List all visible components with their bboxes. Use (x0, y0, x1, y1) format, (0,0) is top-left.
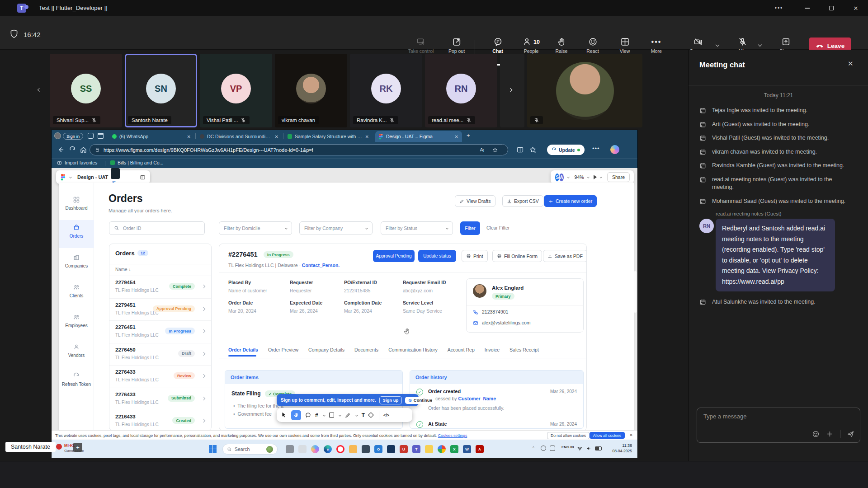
clear-filter-button[interactable]: Clear Filter (486, 225, 509, 230)
figma-logo-icon[interactable] (61, 174, 66, 181)
tray-time[interactable]: 11:38 (609, 443, 632, 448)
tab-company-details[interactable]: Company Details (308, 347, 344, 352)
tab-communication-history[interactable]: Communication History (388, 347, 438, 352)
wifi-icon[interactable] (577, 446, 583, 451)
export-csv-button[interactable]: Export CSV (502, 195, 543, 207)
new-tab-button[interactable]: + (467, 132, 470, 139)
text-tool-icon[interactable]: T (362, 412, 365, 418)
refresh-icon[interactable] (69, 146, 76, 154)
sticky-notes-icon[interactable] (425, 445, 433, 453)
tab-close-icon[interactable]: ✕ (365, 134, 369, 139)
tab-close-icon[interactable]: ✕ (187, 134, 191, 139)
zoom-level[interactable]: 94% (575, 174, 584, 180)
volume-icon[interactable] (586, 446, 592, 451)
collaborator-avatar[interactable]: S (555, 173, 560, 182)
presenter-add-button[interactable]: + (73, 443, 82, 452)
save-as-pdf-button[interactable]: Save as PDF (543, 250, 587, 262)
figma-menu-chevron[interactable] (69, 176, 72, 178)
raise-hand-button[interactable]: Raise (547, 37, 576, 54)
filter-domicile-select[interactable]: Filter by Domicile (219, 221, 292, 235)
excel-icon[interactable]: X (450, 445, 458, 453)
video-tile-photo[interactable]: vikram chavan (275, 54, 347, 127)
acrobat-icon[interactable]: A (476, 445, 484, 453)
order-row[interactable]: 2216433 TL Flex Holdings LLC Created (109, 410, 211, 431)
approval-pending-button[interactable]: Approval Pending (373, 250, 415, 262)
tray-icon[interactable] (541, 446, 546, 451)
camera-options-chevron[interactable] (716, 43, 719, 47)
chat-input[interactable]: Type a message (697, 408, 860, 443)
cookie-settings-link[interactable]: Cookies settings (438, 433, 467, 438)
tray-icon[interactable] (550, 446, 555, 451)
tray-chevron-up[interactable]: ⌃ (532, 446, 535, 450)
bookmark-bills[interactable]: Bills | Billing and Co... (110, 160, 163, 165)
filter-status-select[interactable]: Filter by Status (381, 221, 453, 235)
tiles-scroll-right-button[interactable] (505, 82, 516, 98)
fill-online-form-button[interactable]: Fill Online Form (492, 250, 542, 262)
browser-tab[interactable]: DC Divisions and Surroundings ✕ (196, 131, 282, 142)
sidebar-item-employees[interactable]: Employees (59, 314, 94, 328)
mic-options-chevron[interactable] (758, 43, 762, 47)
collaborator-avatar[interactable]: A (559, 173, 564, 182)
dev-mode-toggle[interactable]: </> (379, 411, 389, 420)
column-header-name[interactable]: Name ↓ (115, 267, 131, 272)
game-widget-logo[interactable] (56, 444, 62, 450)
minimize-button[interactable] (797, 0, 817, 16)
sidebar-item-clients[interactable]: Clients (59, 284, 94, 298)
order-row[interactable]: 2276451 TL Flex Holdings LLC In Progress (109, 320, 211, 343)
banner-google-continue-button[interactable]: G Continue (405, 397, 435, 404)
video-tile[interactable]: RN read.ai mee... (425, 54, 497, 127)
move-tool-icon[interactable] (281, 412, 287, 418)
pen-tool-icon[interactable] (345, 412, 351, 418)
tab-documents[interactable]: Documents (354, 347, 378, 352)
view-button[interactable]: View (610, 37, 639, 54)
browser-tab-active[interactable]: Design - UAT – Figma ✕ (375, 131, 462, 142)
sidebar-item-companies[interactable]: Companies (59, 254, 94, 268)
read-aloud-icon[interactable]: A) (480, 147, 484, 152)
browser-menu-icon[interactable]: ••• (592, 145, 600, 152)
send-icon[interactable] (847, 430, 854, 438)
profile-avatar[interactable] (54, 132, 61, 139)
opera-icon[interactable] (336, 445, 344, 453)
taskbar-search-box[interactable]: Search (222, 444, 278, 455)
copilot-icon[interactable] (610, 145, 619, 154)
video-tile[interactable]: VP Vishal Patil ... (200, 54, 272, 127)
sidebar-item-vendors[interactable]: Vendors (59, 343, 94, 358)
people-button[interactable]: 10 People (514, 37, 548, 54)
deny-cookies-button[interactable]: Do not allow cookies (547, 432, 590, 439)
battery-icon[interactable] (595, 446, 602, 450)
filter-company-select[interactable]: Filter by Company (299, 221, 373, 235)
back-icon[interactable] (57, 146, 65, 154)
take-control-button[interactable]: Take control (406, 37, 435, 54)
pop-out-button[interactable]: Pop out (442, 37, 471, 54)
figma-share-button[interactable]: Share (607, 172, 630, 182)
sidebar-item-orders[interactable]: Orders (59, 224, 94, 239)
close-button[interactable]: ✕ (845, 0, 866, 16)
order-id-search-input[interactable]: Order ID (109, 221, 205, 235)
favorite-star-icon[interactable] (492, 147, 498, 153)
tray-language[interactable]: ENG IN (561, 445, 574, 449)
browser-tab[interactable]: Sample Salary Structure with calc ✕ (284, 131, 373, 142)
view-drafts-button[interactable]: View Drafts (455, 195, 495, 207)
shape-tool-icon[interactable] (329, 413, 334, 418)
allow-cookies-button[interactable]: Allow all cookies (590, 432, 625, 439)
chat-close-icon[interactable]: ✕ (848, 60, 854, 68)
utorrent-icon[interactable]: U (400, 445, 408, 453)
frame-tool-icon[interactable]: # (315, 412, 318, 418)
taskbar-app-icon[interactable] (298, 445, 307, 453)
cookie-close-icon[interactable]: ✕ (629, 432, 633, 437)
copilot-icon[interactable] (311, 445, 319, 453)
tab-invoice[interactable]: Invoice (485, 347, 500, 352)
present-play-icon[interactable] (594, 175, 597, 179)
split-screen-icon[interactable] (516, 146, 524, 154)
bookmark-import-favorites[interactable]: Import favorites (57, 160, 97, 165)
customer-name-link[interactable]: Customer_Name (458, 396, 496, 401)
order-row[interactable]: 2276433 TL Flex Holdings LLC Review (109, 365, 211, 388)
sign-in-button[interactable]: Sign in (63, 133, 83, 140)
tab-close-icon[interactable]: ✕ (455, 134, 458, 139)
layout-panel-icon[interactable] (140, 174, 146, 180)
tab-sales-receipt[interactable]: Sales Receipt (509, 347, 539, 352)
file-explorer-icon[interactable] (349, 445, 357, 453)
workspaces-icon[interactable] (88, 133, 94, 139)
window-menu-button[interactable]: ••• (769, 0, 789, 16)
attach-plus-icon[interactable] (826, 430, 834, 438)
